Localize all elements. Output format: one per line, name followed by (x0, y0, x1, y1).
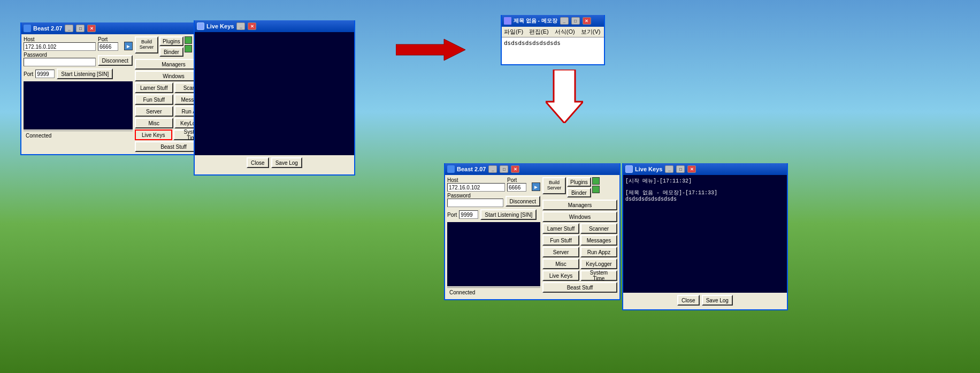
notepad-close[interactable]: ✕ (583, 17, 591, 25)
live-keys-save-log-button-1[interactable]: Save Log (271, 157, 302, 168)
notepad-maximize[interactable]: □ (571, 17, 580, 25)
beast-left-panel-1: Host Port ► Password Disconnect Port (24, 36, 133, 152)
fun-stuff-button-2[interactable]: Fun Stuff (542, 235, 579, 246)
password-input-1[interactable] (24, 58, 96, 66)
system-time-button-2[interactable]: System Time (580, 270, 617, 281)
beast-window-1-maximize[interactable]: □ (76, 25, 85, 32)
password-label-1: Password (24, 52, 96, 58)
beast-window-2-content: Host Port ► Password Disconnect Port (445, 175, 619, 299)
green-icon-1 (185, 36, 192, 44)
notepad-menu-view[interactable]: 보기(V) (581, 28, 601, 35)
password-input-2[interactable] (447, 199, 503, 207)
notepad-titlebar: 제목 없음 - 메모장 _ □ ✕ (502, 15, 604, 27)
scanner-button-2[interactable]: Scanner (580, 223, 617, 234)
live-keys-button-2[interactable]: Live Keys (542, 270, 579, 281)
live-keys-close-button-2[interactable]: Close (677, 295, 700, 306)
notepad-content[interactable]: dsdsdsdsdsdsdsds (502, 37, 604, 64)
port2-row-1: Port Start Listening [SIN] (24, 68, 133, 79)
live-keys-close-button-1[interactable]: Close (247, 157, 269, 168)
start-listening-button-2[interactable]: Start Listening [SIN] (480, 209, 537, 220)
build-server-button-1[interactable]: BuildServer (135, 36, 158, 54)
lamer-scanner-row-2: Lamer Stuff Scanner (542, 223, 617, 234)
beast-window-2-minimize[interactable]: _ (488, 165, 497, 173)
disconnect-button-2[interactable]: Disconnect (506, 196, 540, 207)
green-icon-4 (592, 186, 600, 193)
server-button-2[interactable]: Server (542, 247, 579, 257)
plugins-binder-group-2: Plugins Binder (567, 177, 591, 197)
live-keys-icon-2 (625, 165, 633, 173)
connected-label-1: Connected (26, 133, 51, 139)
live-keys-save-log-button-2[interactable]: Save Log (702, 295, 733, 306)
status-bar-2: Connected (447, 287, 540, 297)
live-keys-window-1-title: Live Keys (206, 23, 234, 29)
connected-label-2: Connected (449, 290, 475, 295)
misc-button-1[interactable]: Misc (135, 118, 173, 128)
notepad-menu-file[interactable]: 파일(F) (504, 28, 523, 35)
fun-stuff-button-1[interactable]: Fun Stuff (135, 94, 173, 105)
notepad-menu-bar: 파일(F) 편집(E) 서식(O) 보기(V) (502, 27, 604, 37)
live-keys-window-1-minimize[interactable]: _ (236, 22, 245, 30)
livekeys-systemtime-row-2: Live Keys System Time (542, 270, 617, 281)
server-button-1[interactable]: Server (135, 106, 173, 117)
misc-button-2[interactable]: Misc (542, 258, 579, 269)
red-down-arrow (546, 70, 583, 124)
live-keys-window-2-close[interactable]: ✕ (687, 165, 696, 173)
misc-keylogger-row-2: Misc KeyLogger (542, 258, 617, 269)
beast-window-1-close[interactable]: ✕ (87, 25, 96, 32)
plugins-button-1[interactable]: Plugins (159, 36, 183, 46)
beast-window-2-titlebar: Beast 2.07 _ □ ✕ (445, 163, 619, 175)
live-keys-content-line2: [제목 없음 - 메모장]-[17:11:33] (625, 189, 785, 196)
lamer-stuff-button-2[interactable]: Lamer Stuff (542, 223, 579, 234)
port2-label-2: Port (447, 212, 457, 218)
connect-arrow-btn-2[interactable]: ► (532, 182, 540, 191)
status-bar-1: Connected (24, 131, 133, 140)
host-input-1[interactable] (24, 42, 96, 51)
beast-window-1: Beast 2.07 _ □ ✕ Host Port ► Pa (20, 22, 216, 155)
start-listening-button-1[interactable]: Start Listening [SIN] (57, 68, 113, 79)
build-server-button-2[interactable]: BuildServer (542, 177, 566, 194)
host-port-row-1: Host Port ► (24, 36, 133, 51)
live-keys-window-2-titlebar: Live Keys _ □ ✕ (623, 163, 787, 175)
host-port-row-2: Host Port ► (447, 177, 540, 192)
lamer-stuff-button-1[interactable]: Lamer Stuff (135, 82, 173, 93)
port2-input-2[interactable] (459, 210, 478, 219)
connect-arrow-btn-1[interactable]: ► (124, 42, 133, 50)
beast-window-1-minimize[interactable]: _ (65, 25, 73, 32)
live-keys-window-2-maximize[interactable]: □ (676, 165, 685, 173)
port-field-group-1: Port (98, 36, 122, 51)
plugins-button-2[interactable]: Plugins (567, 177, 591, 187)
password-row-1: Password Disconnect (24, 52, 133, 66)
messages-button-2[interactable]: Messages (580, 235, 617, 246)
live-keys-button-1[interactable]: Live Keys (135, 130, 172, 140)
notepad-minimize[interactable]: _ (560, 17, 569, 25)
notepad-menu-format[interactable]: 서식(O) (555, 28, 575, 35)
live-keys-window-1: Live Keys _ ✕ Close Save Log (194, 20, 355, 176)
host-label-1: Host (24, 36, 96, 42)
host-input-2[interactable] (447, 183, 505, 192)
live-keys-window-2-minimize[interactable]: _ (665, 165, 673, 173)
disconnect-button-1[interactable]: Disconnect (98, 55, 133, 66)
green-icon-2 (185, 45, 192, 52)
managers-button-2[interactable]: Managers (542, 200, 617, 210)
binder-button-1[interactable]: Binder (159, 47, 183, 57)
port-input-1[interactable] (98, 42, 118, 51)
beast-window-2-maximize[interactable]: □ (500, 165, 508, 173)
live-keys-terminal-2: [시작 메뉴]-[17:11:32] [제목 없음 - 메모장]-[17:11:… (623, 175, 787, 293)
notepad-icon (504, 17, 511, 25)
beast-window-2-close[interactable]: ✕ (511, 165, 519, 173)
windows-button-2[interactable]: Windows (542, 211, 617, 222)
keylogger-button-2[interactable]: KeyLogger (580, 258, 617, 269)
notepad-text: dsdsdsdsdsdsdsds (504, 40, 561, 47)
plugins-binder-group-1: Plugins Binder (159, 36, 183, 57)
port2-input-1[interactable] (35, 70, 55, 78)
binder-button-2[interactable]: Binder (567, 188, 591, 197)
live-keys-content-line3: dsdsdsdsdsdsdsds (625, 196, 785, 202)
port-field-group-2: Port (507, 177, 530, 192)
port-input-2[interactable] (507, 183, 526, 192)
live-keys-window-1-close[interactable]: ✕ (248, 22, 256, 30)
notepad-window: 제목 없음 - 메모장 _ □ ✕ 파일(F) 편집(E) 서식(O) 보기(V… (501, 15, 605, 65)
run-appz-button-2[interactable]: Run Appz (580, 247, 617, 257)
live-keys-buttons-row-2: Close Save Log (623, 293, 787, 308)
beast-stuff-button-2[interactable]: Beast Stuff (542, 282, 617, 293)
notepad-menu-edit[interactable]: 편집(E) (529, 28, 549, 35)
